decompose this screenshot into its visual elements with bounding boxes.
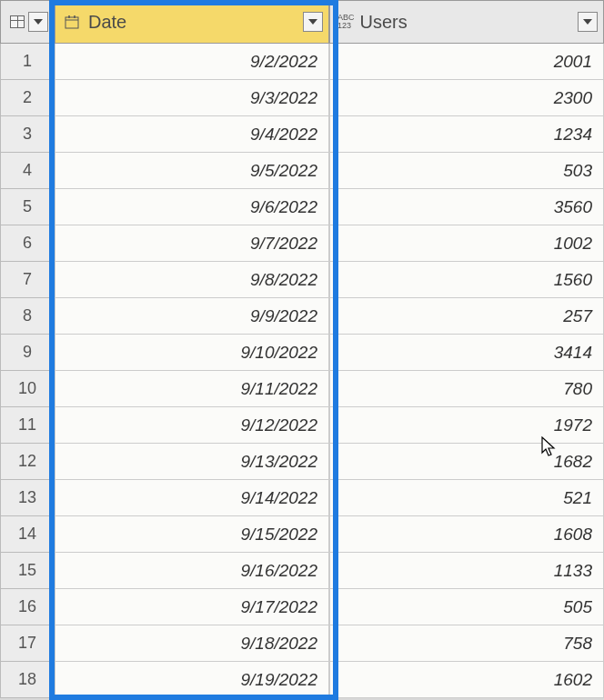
cell-users[interactable]: 505: [329, 589, 604, 625]
table-row[interactable]: 29/3/20222300: [0, 80, 604, 116]
cell-users[interactable]: 1234: [329, 116, 604, 153]
table-row[interactable]: 179/18/2022758: [0, 625, 604, 662]
row-number[interactable]: 14: [0, 516, 55, 553]
table-row[interactable]: 89/9/2022257: [0, 298, 604, 335]
cell-users[interactable]: 2001: [329, 44, 604, 80]
cell-users[interactable]: 780: [329, 371, 604, 407]
abc123-icon: ABC123: [337, 14, 355, 30]
cell-users[interactable]: 503: [329, 153, 604, 189]
row-number[interactable]: 12: [0, 444, 55, 480]
cell-date[interactable]: 9/4/2022: [55, 116, 329, 153]
cell-users[interactable]: 3560: [329, 189, 604, 225]
row-number[interactable]: 2: [0, 80, 55, 116]
cell-users[interactable]: 1972: [329, 407, 604, 444]
cell-date[interactable]: 9/18/2022: [55, 625, 329, 662]
table-row[interactable]: 69/7/20221002: [0, 225, 604, 262]
table-row[interactable]: 189/19/20221602: [0, 662, 604, 698]
cell-date[interactable]: 9/2/2022: [55, 44, 329, 80]
calendar-icon: [63, 13, 81, 31]
row-number[interactable]: 16: [0, 589, 55, 625]
cell-users[interactable]: 2300: [329, 80, 604, 116]
row-number[interactable]: 8: [0, 298, 55, 335]
row-number[interactable]: 5: [0, 189, 55, 225]
cell-users[interactable]: 1602: [329, 662, 604, 698]
table-row[interactable]: 99/10/20223414: [0, 335, 604, 371]
table-row[interactable]: 169/17/2022505: [0, 589, 604, 625]
cell-date[interactable]: 9/3/2022: [55, 80, 329, 116]
cell-users[interactable]: 1560: [329, 262, 604, 298]
table-row[interactable]: 59/6/20223560: [0, 189, 604, 225]
column-filter-dropdown[interactable]: [578, 12, 598, 32]
cell-date[interactable]: 9/15/2022: [55, 516, 329, 553]
table-row[interactable]: 49/5/2022503: [0, 153, 604, 189]
cell-users[interactable]: 3414: [329, 335, 604, 371]
cell-date[interactable]: 9/12/2022: [55, 407, 329, 444]
column-header-users[interactable]: ABC123 Users: [329, 0, 604, 44]
cell-date[interactable]: 9/8/2022: [55, 262, 329, 298]
table-row[interactable]: 39/4/20221234: [0, 116, 604, 153]
cell-users[interactable]: 1682: [329, 444, 604, 480]
row-number[interactable]: 3: [0, 116, 55, 153]
row-number[interactable]: 10: [0, 371, 55, 407]
cell-date[interactable]: 9/17/2022: [55, 589, 329, 625]
query-table: Date ABC123 Users 19/2/2022200129/3/2022…: [0, 0, 604, 700]
cell-date[interactable]: 9/11/2022: [55, 371, 329, 407]
cell-date[interactable]: 9/14/2022: [55, 480, 329, 516]
row-number[interactable]: 18: [0, 662, 55, 698]
cell-date[interactable]: 9/13/2022: [55, 444, 329, 480]
row-number[interactable]: 13: [0, 480, 55, 516]
row-number[interactable]: 17: [0, 625, 55, 662]
table-row[interactable]: 119/12/20221972: [0, 407, 604, 444]
table-row[interactable]: 109/11/2022780: [0, 371, 604, 407]
cell-date[interactable]: 9/6/2022: [55, 189, 329, 225]
cell-users[interactable]: 758: [329, 625, 604, 662]
cell-date[interactable]: 9/5/2022: [55, 153, 329, 189]
table-row[interactable]: 139/14/2022521: [0, 480, 604, 516]
row-number[interactable]: 15: [0, 553, 55, 589]
row-number[interactable]: 1: [0, 44, 55, 80]
row-number[interactable]: 9: [0, 335, 55, 371]
cell-date[interactable]: 9/19/2022: [55, 662, 329, 698]
table-options-dropdown[interactable]: [28, 12, 48, 32]
column-header-date[interactable]: Date: [55, 0, 329, 44]
svg-rect-0: [65, 17, 78, 28]
cell-users[interactable]: 1608: [329, 516, 604, 553]
cell-users[interactable]: 1002: [329, 225, 604, 262]
table-row[interactable]: 79/8/20221560: [0, 262, 604, 298]
table-row[interactable]: 129/13/20221682: [0, 444, 604, 480]
table-icon: [10, 15, 25, 28]
row-number-header[interactable]: [0, 0, 55, 44]
cell-date[interactable]: 9/7/2022: [55, 225, 329, 262]
column-label: Date: [88, 12, 126, 33]
table-row[interactable]: 159/16/20221133: [0, 553, 604, 589]
header-row: Date ABC123 Users: [0, 0, 604, 44]
cell-date[interactable]: 9/10/2022: [55, 335, 329, 371]
column-label: Users: [360, 12, 408, 33]
row-number[interactable]: 11: [0, 407, 55, 444]
cell-date[interactable]: 9/9/2022: [55, 298, 329, 335]
cell-users[interactable]: 257: [329, 298, 604, 335]
row-number[interactable]: 4: [0, 153, 55, 189]
table-row[interactable]: 19/2/20222001: [0, 44, 604, 80]
row-number[interactable]: 7: [0, 262, 55, 298]
row-number[interactable]: 6: [0, 225, 55, 262]
column-filter-dropdown[interactable]: [303, 12, 323, 32]
cell-users[interactable]: 521: [329, 480, 604, 516]
table-row[interactable]: 149/15/20221608: [0, 516, 604, 553]
cell-date[interactable]: 9/16/2022: [55, 553, 329, 589]
cell-users[interactable]: 1133: [329, 553, 604, 589]
